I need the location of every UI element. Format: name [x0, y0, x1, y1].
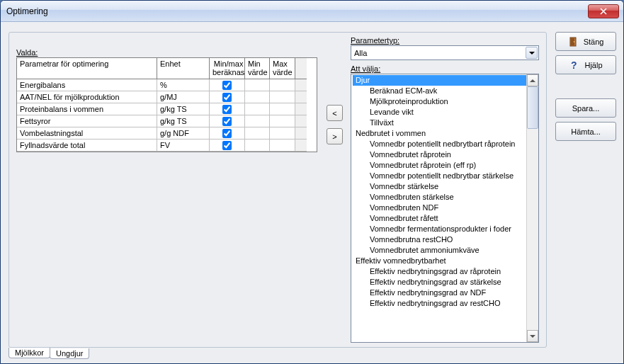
cell-param[interactable]: AAT/NEL för mjölkproduktion — [17, 91, 157, 103]
close-icon — [600, 8, 607, 15]
tree-item[interactable]: Vomnedbr stärkelse — [353, 181, 537, 192]
param-type-label: Parametertyp: — [351, 36, 540, 45]
tree-scrollbar[interactable] — [526, 74, 538, 342]
close-action-label: Stäng — [584, 38, 604, 46]
cell-scr — [295, 91, 307, 103]
col-header-unit[interactable]: Enhet — [157, 58, 210, 79]
move-left-button[interactable]: < — [327, 105, 343, 121]
save-label: Spara... — [572, 104, 600, 113]
col-header-maxv[interactable]: Max värde — [270, 58, 295, 79]
cell-scr — [295, 103, 307, 115]
window: Optimering Valda: Parametrar för optimer… — [0, 0, 624, 364]
tab-ungdjur[interactable]: Ungdjur — [50, 348, 90, 359]
minmax-checkbox[interactable] — [222, 129, 232, 138]
cell-maxv[interactable] — [270, 103, 295, 115]
scroll-thumb[interactable] — [527, 86, 538, 129]
cell-unit[interactable]: g/g NDF — [157, 127, 210, 140]
load-button[interactable]: Hämta... — [555, 122, 616, 141]
table-row[interactable]: Proteinbalans i vommeng/kg TS — [17, 103, 317, 115]
table-row[interactable]: Energibalans% — [17, 79, 317, 91]
tab-mjolkkor[interactable]: Mjölkkor — [8, 348, 50, 358]
grid-scroll-head — [295, 58, 307, 79]
minmax-checkbox[interactable] — [222, 93, 232, 102]
cell-unit[interactable]: FV — [157, 140, 210, 152]
table-row[interactable]: Fyllnadsvärde totalFV — [17, 140, 317, 152]
cell-maxv[interactable] — [270, 115, 295, 127]
cell-minmax[interactable] — [210, 79, 245, 91]
chevron-down-icon[interactable] — [526, 47, 538, 59]
table-row[interactable]: AAT/NEL för mjölkproduktiong/MJ — [17, 91, 317, 103]
close-button[interactable] — [588, 4, 619, 18]
left-panel: Valda: Parametrar för optimering Enhet M… — [16, 48, 317, 152]
selected-grid[interactable]: Parametrar för optimering Enhet Min/max … — [16, 57, 317, 152]
cell-minmax[interactable] — [210, 140, 245, 152]
cell-maxv[interactable] — [270, 79, 295, 91]
tree-item[interactable]: Effektiv vomnedbrytbarhet — [353, 256, 537, 266]
cell-param[interactable]: Vombelastningstal — [17, 127, 157, 140]
cell-unit[interactable]: g/MJ — [157, 91, 210, 103]
minmax-checkbox[interactable] — [222, 117, 232, 126]
load-label: Hämta... — [571, 127, 601, 136]
param-type-combo[interactable]: Alla — [351, 45, 539, 60]
tree-item[interactable]: Levande vikt — [353, 107, 537, 118]
minmax-checkbox[interactable] — [222, 141, 232, 150]
tree-item[interactable]: Beräknad ECM-avk — [353, 86, 537, 96]
combo-value: Alla — [354, 49, 367, 57]
cell-minv[interactable] — [245, 91, 270, 103]
cell-minmax[interactable] — [210, 127, 245, 140]
cell-maxv[interactable] — [270, 127, 295, 140]
tree-item[interactable]: Tillväxt — [353, 118, 537, 128]
bottom-tabs: Mjölkkor Ungdjur — [8, 348, 89, 359]
cell-minv[interactable] — [245, 103, 270, 115]
cell-minv[interactable] — [245, 79, 270, 91]
cell-maxv[interactable] — [270, 91, 295, 103]
tree-item[interactable]: Vomnedbr potentiellt nedbrytbart råprote… — [353, 139, 537, 149]
close-action-button[interactable]: Stäng — [555, 32, 616, 51]
col-header-minv[interactable]: Min värde — [245, 58, 270, 79]
minmax-checkbox[interactable] — [222, 81, 232, 90]
tree-item[interactable]: Vomnedbruten stärkelse — [353, 192, 537, 203]
cell-minmax[interactable] — [210, 103, 245, 115]
tree-item[interactable]: Vomnedbr fermentationsprodukter i foder — [353, 224, 537, 234]
move-right-button[interactable]: > — [327, 128, 343, 144]
scroll-up-icon[interactable] — [527, 74, 538, 86]
tree-item[interactable]: Nedbrutet i vommen — [353, 128, 537, 139]
cell-param[interactable]: Fettsyror — [17, 115, 157, 127]
cell-minmax[interactable] — [210, 91, 245, 103]
col-header-param[interactable]: Parametrar för optimering — [17, 58, 157, 79]
tree-item[interactable]: Vomnedbrutet råfett — [353, 213, 537, 224]
tree-item[interactable]: Effektiv nedbrytningsgrad av råprotein — [353, 266, 537, 277]
svg-point-2 — [573, 41, 574, 42]
minmax-checkbox[interactable] — [222, 105, 232, 114]
cell-minv[interactable] — [245, 140, 270, 152]
tree-item[interactable]: Mjölkproteinproduktion — [353, 96, 537, 107]
scroll-down-icon[interactable] — [527, 330, 538, 342]
table-row[interactable]: Vombelastningstalg/g NDF — [17, 127, 317, 140]
tree-item[interactable]: Vomnedbrutet råprotein — [353, 149, 537, 160]
tree-item[interactable]: Effektiv nedbrytningsgrad av NDF — [353, 288, 537, 298]
cell-scr — [295, 127, 307, 140]
tree-item[interactable]: Vomnedbruten NDF — [353, 203, 537, 213]
cell-unit[interactable]: % — [157, 79, 210, 91]
save-button[interactable]: Spara... — [555, 98, 616, 118]
tree-item[interactable]: Djur — [353, 75, 537, 86]
cell-minmax[interactable] — [210, 115, 245, 127]
parameter-tree[interactable]: DjurBeräknad ECM-avkMjölkproteinprodukti… — [351, 74, 539, 343]
cell-minv[interactable] — [245, 115, 270, 127]
table-row[interactable]: Fettsyrorg/kg TS — [17, 115, 317, 127]
tree-item[interactable]: Vomnedbrutet ammoniumkväve — [353, 245, 537, 256]
cell-unit[interactable]: g/kg TS — [157, 103, 210, 115]
cell-minv[interactable] — [245, 127, 270, 140]
tree-item[interactable]: Vomnedbrutna restCHO — [353, 234, 537, 245]
cell-param[interactable]: Fyllnadsvärde total — [17, 140, 157, 152]
col-header-minmax[interactable]: Min/max beräknas — [210, 58, 245, 79]
tree-item[interactable]: Vomnedbrutet råprotein (eff rp) — [353, 160, 537, 171]
cell-param[interactable]: Energibalans — [17, 79, 157, 91]
cell-param[interactable]: Proteinbalans i vommen — [17, 103, 157, 115]
help-button[interactable]: ? Hjälp — [555, 55, 616, 74]
tree-item[interactable]: Effektiv nedbrytningsgrad av stärkelse — [353, 277, 537, 288]
cell-unit[interactable]: g/kg TS — [157, 115, 210, 127]
cell-maxv[interactable] — [270, 140, 295, 152]
tree-item[interactable]: Effektiv nedbrytningsgrad av restCHO — [353, 298, 537, 309]
tree-item[interactable]: Vomnedbr potentiellt nedbrytbar stärkels… — [353, 171, 537, 181]
